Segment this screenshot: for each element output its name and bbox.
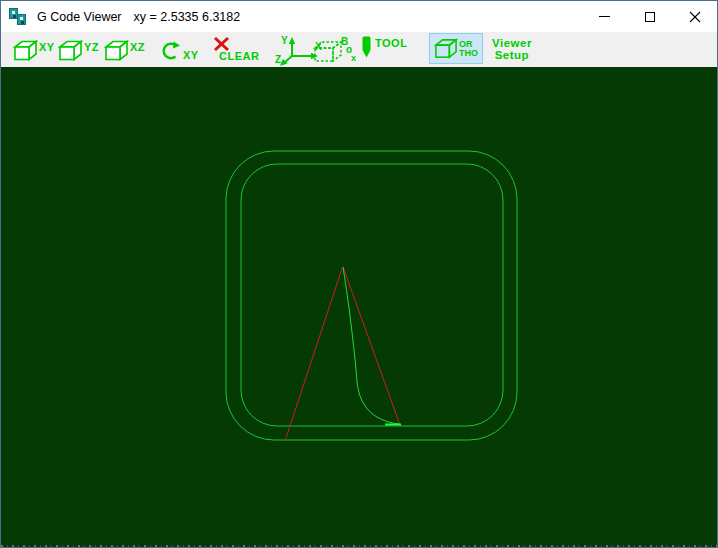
axes-z-label: Z bbox=[275, 54, 281, 65]
cube-icon bbox=[13, 40, 38, 61]
tool-button[interactable]: TOOL bbox=[361, 36, 407, 59]
rotate-icon bbox=[159, 41, 181, 61]
axes-y-label: Y bbox=[281, 35, 288, 46]
view-xy-button[interactable]: XY bbox=[13, 40, 55, 61]
rotate-xy-button[interactable]: XY bbox=[159, 41, 199, 61]
app-icon-block bbox=[17, 14, 26, 25]
gcode-viewer-window: G Code Viewer xy = 2.5335 6.3182 bbox=[0, 0, 718, 548]
ortho-toggle-button[interactable]: OR THO bbox=[429, 33, 483, 64]
titlebar-xy-coordinates: xy = 2.5335 6.3182 bbox=[134, 10, 241, 24]
minimize-button[interactable] bbox=[582, 1, 627, 32]
maximize-icon bbox=[645, 12, 655, 22]
rapid-move-right bbox=[343, 267, 400, 425]
clear-label: CLEAR bbox=[219, 51, 259, 62]
box-letter-x: x bbox=[351, 54, 356, 62]
viewer-setup-line1: Viewer bbox=[492, 37, 532, 49]
titlebar[interactable]: G Code Viewer xy = 2.5335 6.3182 bbox=[1, 1, 717, 32]
tool-label: TOOL bbox=[375, 38, 407, 49]
toolpath-inner-rounded-rect bbox=[241, 164, 503, 426]
view-xz-button[interactable]: XZ bbox=[104, 40, 145, 61]
close-button[interactable] bbox=[672, 1, 717, 32]
view-yz-button[interactable]: YZ bbox=[58, 40, 99, 61]
view-xy-label: XY bbox=[39, 42, 55, 53]
toolpath-outer-rounded-rect bbox=[226, 151, 517, 440]
window-title: G Code Viewer bbox=[37, 10, 122, 24]
tool-endmill-icon bbox=[361, 36, 372, 59]
maximize-button[interactable] bbox=[627, 1, 672, 32]
cube-icon bbox=[434, 38, 458, 59]
viewer-setup-button[interactable]: Viewer Setup bbox=[492, 37, 532, 61]
rotate-xy-label: XY bbox=[183, 50, 199, 61]
ortho-label-bottom: THO bbox=[459, 49, 478, 58]
window-controls bbox=[582, 1, 717, 32]
view-yz-label: YZ bbox=[84, 42, 99, 53]
cube-icon bbox=[104, 40, 129, 61]
window-resize-edge bbox=[1, 545, 717, 547]
minimize-icon bbox=[599, 16, 610, 17]
box-dashed-cube-icon bbox=[313, 40, 344, 63]
view-xz-label: XZ bbox=[130, 42, 145, 53]
app-icon bbox=[9, 8, 27, 26]
toolbar: XY YZ XZ XY bbox=[1, 32, 717, 67]
clear-button[interactable]: CLEAR bbox=[213, 36, 259, 62]
rapid-move-left bbox=[285, 267, 343, 441]
toolpath-svg[interactable] bbox=[1, 67, 717, 545]
viewer-setup-line2: Setup bbox=[495, 49, 529, 61]
viewport[interactable] bbox=[1, 67, 717, 545]
cube-icon bbox=[58, 40, 83, 61]
box-button[interactable]: B o x bbox=[313, 40, 359, 64]
close-icon bbox=[689, 11, 701, 23]
